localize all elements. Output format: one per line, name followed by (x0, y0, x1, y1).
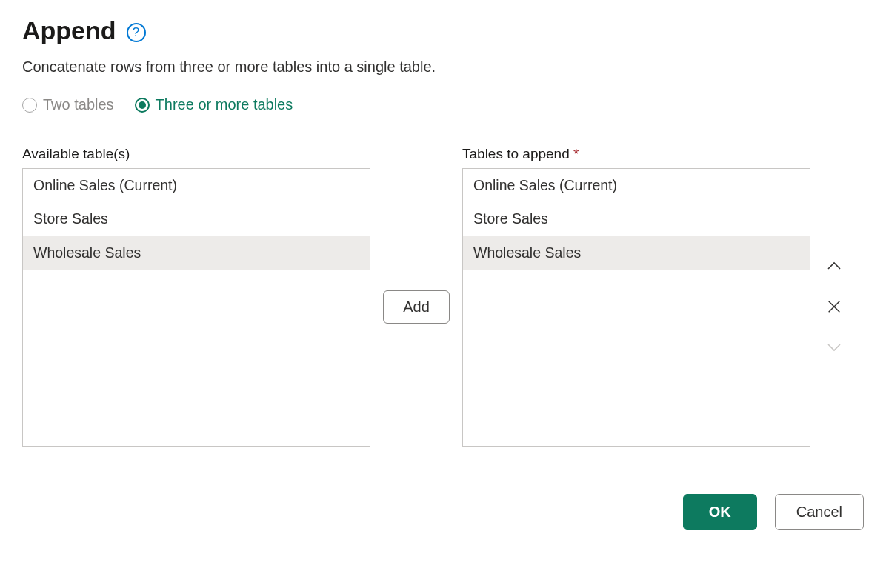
reorder-controls (810, 146, 845, 447)
available-tables-listbox[interactable]: Online Sales (Current)Store SalesWholesa… (22, 168, 370, 447)
list-item[interactable]: Online Sales (Current) (23, 169, 370, 202)
radio-two-tables[interactable]: Two tables (22, 96, 114, 113)
dialog-title: Append (22, 16, 116, 45)
radio-three-or-more-tables[interactable]: Three or more tables (135, 96, 293, 113)
required-asterisk: * (573, 146, 579, 161)
available-tables-label: Available table(s) (22, 146, 370, 162)
remove-button[interactable] (824, 296, 845, 317)
close-icon (826, 298, 842, 315)
list-item[interactable]: Wholesale Sales (23, 236, 370, 270)
ok-button[interactable]: OK (683, 494, 757, 530)
available-tables-panel: Available table(s) Online Sales (Current… (22, 146, 370, 447)
move-up-button[interactable] (824, 256, 845, 277)
tables-to-append-panel: Tables to append * Online Sales (Current… (462, 146, 810, 447)
radio-two-tables-label: Two tables (43, 96, 114, 113)
list-item[interactable]: Wholesale Sales (463, 236, 810, 270)
help-icon[interactable]: ? (127, 23, 146, 42)
tables-to-append-label: Tables to append * (462, 146, 810, 162)
chevron-up-icon (825, 258, 843, 275)
list-item[interactable]: Store Sales (23, 202, 370, 235)
radio-circle-icon (22, 98, 37, 113)
radio-three-or-more-tables-label: Three or more tables (156, 96, 293, 113)
list-item[interactable]: Online Sales (Current) (463, 169, 810, 202)
add-button[interactable]: Add (383, 290, 450, 324)
list-item[interactable]: Store Sales (463, 202, 810, 235)
table-count-radio-group: Two tables Three or more tables (22, 96, 864, 113)
dialog-subtitle: Concatenate rows from three or more tabl… (22, 59, 864, 76)
tables-to-append-label-text: Tables to append (462, 146, 573, 161)
dialog-header: Append ? (22, 16, 864, 45)
tables-to-append-listbox[interactable]: Online Sales (Current)Store SalesWholesa… (462, 168, 810, 447)
chevron-down-icon (825, 338, 843, 355)
dialog-footer: OK Cancel (22, 494, 864, 530)
cancel-button[interactable]: Cancel (775, 494, 864, 530)
radio-circle-icon (135, 98, 150, 113)
move-down-button (824, 336, 845, 357)
transfer-controls: Add (370, 146, 462, 447)
